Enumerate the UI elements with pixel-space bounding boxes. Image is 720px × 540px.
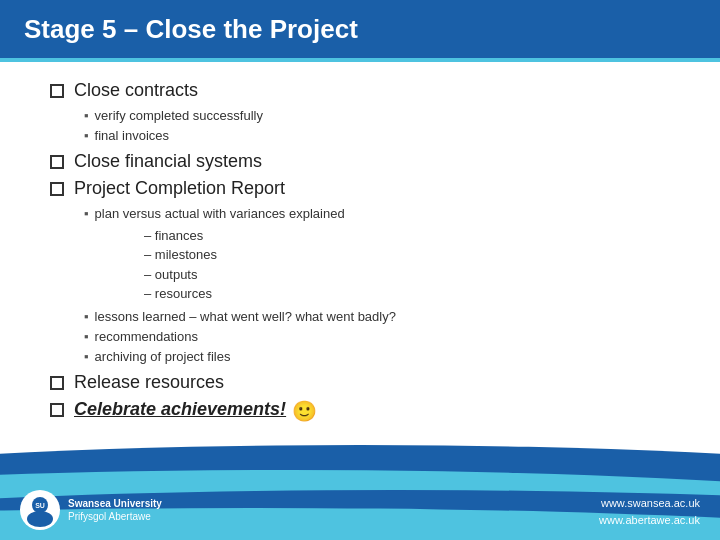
content-area: Close contracts ▪ verify completed succe… [0,62,720,439]
sub-sub-bullet: – resources [144,284,690,304]
sub-sub-bullet: – finances [144,226,690,246]
svg-text:SU: SU [35,502,45,509]
bullet-label: Project Completion Report [74,178,285,199]
sub-bullet-text: plan versus actual with variances explai… [95,205,345,223]
sub-bullet-text: verify completed successfully [95,107,263,125]
bullet-square [50,403,64,417]
list-item: Celebrate achievements! 🙂 [50,399,690,423]
bullet-square [50,376,64,390]
sub-bullet: ▪ archiving of project files [84,348,690,366]
university-name-welsh: Prifysgol Abertawe [68,510,162,523]
logo-circle: SU [20,490,60,530]
sub-sub-bullet: – milestones [144,245,690,265]
svg-point-2 [27,511,53,527]
university-name: Swansea University [68,497,162,510]
bullet-label: Close financial systems [74,151,262,172]
url-1: www.swansea.ac.uk [599,495,700,513]
celebrate-label: Celebrate achievements! [74,399,286,420]
sub-bullet: ▪ plan versus actual with variances expl… [84,205,690,223]
sub-bullets-contracts: ▪ verify completed successfully ▪ final … [84,107,690,145]
sub-bullet: ▪ final invoices [84,127,690,145]
header-bar: Stage 5 – Close the Project [0,0,720,58]
university-logo: SU Swansea University Prifysgol Abertawe [20,490,162,530]
smiley-icon: 🙂 [292,399,317,423]
bullet-square [50,84,64,98]
bullet-square [50,182,64,196]
sub-bullet: ▪ lessons learned – what went well? what… [84,308,690,326]
sub-bullets-report: ▪ plan versus actual with variances expl… [84,205,690,366]
footer-urls: www.swansea.ac.uk www.abertawe.ac.uk [599,495,700,530]
bottom-decoration: SU Swansea University Prifysgol Abertawe… [0,445,720,540]
bullet-label: Release resources [74,372,224,393]
logo-text: Swansea University Prifysgol Abertawe [68,497,162,523]
list-item: Release resources [50,372,690,393]
sub-bullet-text: lessons learned – what went well? what w… [95,308,396,326]
bullet-square [50,155,64,169]
sub-sub-bullet: – outputs [144,265,690,285]
sub-bullet-text: final invoices [95,127,169,145]
sub-bullet-text: archiving of project files [95,348,231,366]
bullet-label: Close contracts [74,80,198,101]
list-item: Close financial systems [50,151,690,172]
sub-sub-bullets: – finances – milestones – outputs – reso… [144,226,690,304]
sub-bullet: ▪ recommendations [84,328,690,346]
logo-svg: SU [21,491,59,529]
sub-bullet: ▪ verify completed successfully [84,107,690,125]
slide-title: Stage 5 – Close the Project [24,14,358,45]
slide: Stage 5 – Close the Project Close contra… [0,0,720,540]
list-item: Close contracts [50,80,690,101]
url-2: www.abertawe.ac.uk [599,512,700,530]
list-item: Project Completion Report [50,178,690,199]
sub-bullet-text: recommendations [95,328,198,346]
